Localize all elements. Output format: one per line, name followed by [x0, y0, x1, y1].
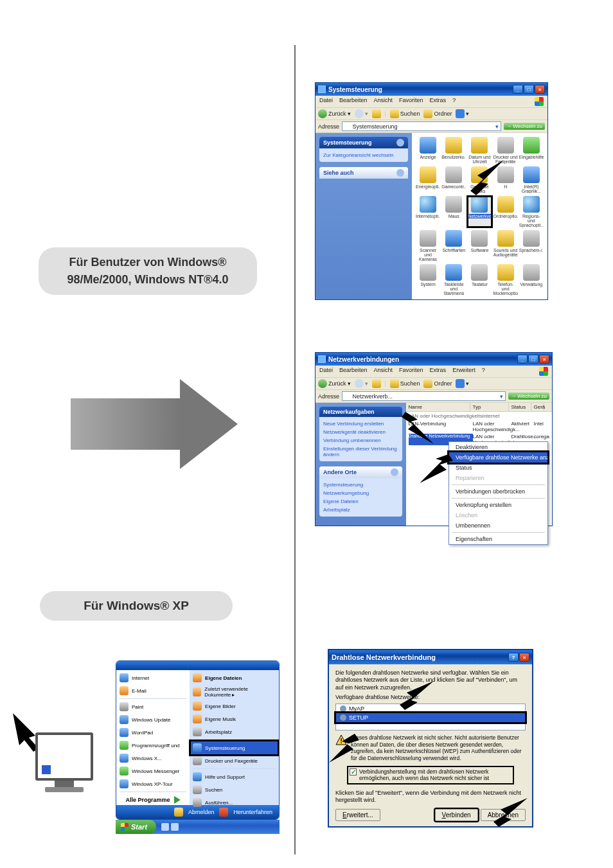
titlebar[interactable]: Netzwerkverbindungen _ □ ×: [315, 353, 552, 366]
context-item[interactable]: Verknüpfung erstellen: [449, 500, 547, 510]
close-button[interactable]: ×: [539, 355, 549, 364]
task-new-connection[interactable]: Neue Verbindung erstellen: [323, 420, 398, 428]
sm-tour[interactable]: Windows XP-Tour: [118, 777, 188, 790]
sm-paint[interactable]: Paint: [118, 700, 188, 713]
menu-view[interactable]: Ansicht: [374, 367, 393, 376]
cp-item-1[interactable]: Benutzerko...: [441, 137, 466, 164]
menu-favorites[interactable]: Favoriten: [399, 367, 423, 376]
cp-item-0[interactable]: Anzeige: [416, 137, 440, 164]
cp-item-12[interactable]: Netzwerkverbindungen: [467, 196, 492, 227]
sm-run[interactable]: Ausführen...: [191, 796, 278, 809]
cp-item-20[interactable]: System: [416, 264, 440, 296]
views-button[interactable]: ▾: [456, 109, 469, 118]
cp-item-11[interactable]: Maus: [441, 196, 466, 227]
menu-extras[interactable]: Extras: [430, 97, 447, 106]
shutdown-button[interactable]: Herunterfahren: [233, 809, 272, 815]
close-button[interactable]: ×: [519, 653, 529, 662]
cp-item-24[interactable]: Verwaltung: [519, 264, 544, 296]
checkbox-icon[interactable]: [350, 768, 357, 775]
folders-button[interactable]: Ordner: [423, 109, 452, 118]
col-name[interactable]: Name: [406, 403, 470, 411]
sm-mydocs-top[interactable]: Eigene Dateien: [191, 671, 278, 684]
cp-item-18[interactable]: Sounds und Audiogeräte: [493, 230, 518, 261]
menu-help[interactable]: ?: [482, 367, 485, 376]
maximize-button[interactable]: □: [524, 85, 534, 94]
context-item[interactable]: Eigenschaften: [449, 534, 547, 544]
titlebar[interactable]: Systemsteuerung _ □ ×: [315, 83, 547, 96]
menu-file[interactable]: Datei: [319, 367, 333, 376]
advanced-button[interactable]: Erweitert...: [335, 809, 380, 821]
back-button[interactable]: Zurück ▾: [318, 109, 351, 118]
menu-view[interactable]: Ansicht: [374, 97, 393, 106]
context-item[interactable]: Deaktivieren: [449, 442, 547, 452]
tray-icon[interactable]: [161, 823, 169, 831]
start-button[interactable]: Start: [116, 820, 156, 834]
allow-insecure-checkbox[interactable]: Verbindungsherstellung mit dem drahtlose…: [347, 766, 514, 784]
sm-email[interactable]: E-Mail: [118, 684, 188, 697]
place-cp[interactable]: Systemsteuerung: [323, 481, 398, 489]
connect-button[interactable]: Verbinden: [435, 809, 478, 821]
menu-help[interactable]: ?: [452, 97, 456, 106]
close-button[interactable]: ×: [535, 85, 545, 94]
sm-help[interactable]: Hilfe und Support: [191, 770, 278, 783]
panel-head-cp[interactable]: Systemsteuerung: [319, 137, 408, 148]
panel-head-places[interactable]: Andere Orte: [319, 466, 402, 478]
tray-icon[interactable]: [171, 823, 179, 831]
cp-item-13[interactable]: Ordneroptio...: [493, 196, 518, 227]
maximize-button[interactable]: □: [528, 355, 538, 364]
place-computer[interactable]: Arbeitsplatz: [323, 506, 398, 514]
go-button[interactable]: → Wechseln zu: [508, 393, 549, 400]
search-button[interactable]: Suchen: [390, 109, 420, 118]
task-settings[interactable]: Einstellungen dieser Verbindung ändern: [323, 445, 398, 459]
cp-item-16[interactable]: Schriftarten: [441, 230, 466, 261]
sm-pictures[interactable]: Eigene Bilder: [191, 700, 278, 713]
cp-item-4[interactable]: Eingabehilfen: [519, 137, 544, 164]
up-button[interactable]: [372, 379, 381, 388]
menu-advanced[interactable]: Erweitert: [452, 367, 475, 376]
cp-item-10[interactable]: Internetopti...: [416, 196, 440, 227]
sm-internet[interactable]: Internet: [118, 671, 188, 684]
address-input[interactable]: Netzwerkverb... ▾: [342, 391, 506, 401]
place-docs[interactable]: Eigene Dateien: [323, 497, 398, 506]
network-item-selected[interactable]: SETUP: [336, 713, 525, 722]
col-device[interactable]: Gerä: [531, 403, 544, 411]
cp-item-6[interactable]: Gamecontr...: [441, 166, 466, 193]
folders-button[interactable]: Ordner: [423, 379, 452, 388]
sm-update[interactable]: Windows Update: [118, 713, 188, 726]
up-button[interactable]: [372, 109, 381, 118]
address-input[interactable]: Systemsteuerung ▾: [342, 121, 501, 131]
col-type[interactable]: Typ: [470, 403, 509, 411]
context-item[interactable]: Verbindungen überbrücken: [449, 486, 547, 497]
search-button[interactable]: Suchen: [390, 379, 420, 388]
back-button[interactable]: Zurück ▾: [318, 379, 351, 388]
task-disable-device[interactable]: Netzwerkgerät deaktivieren: [323, 428, 398, 436]
menu-extras[interactable]: Extras: [430, 367, 447, 376]
dialog-titlebar[interactable]: Drahtlose Netzwerkverbindung ? ×: [329, 650, 532, 664]
panel-head-tasks[interactable]: Netzwerkaufgaben: [319, 407, 402, 417]
sm-winx[interactable]: Windows X...: [118, 752, 188, 765]
cp-item-17[interactable]: Software: [467, 230, 492, 261]
context-item[interactable]: Status: [449, 463, 547, 473]
sm-search[interactable]: Suchen: [191, 783, 278, 796]
sm-computer[interactable]: Arbeitsplatz: [191, 725, 278, 738]
switch-view-link[interactable]: Zur Kategorieansicht wechseln: [323, 151, 404, 159]
cp-item-15[interactable]: Scanner und Kameras: [416, 230, 440, 261]
help-button[interactable]: ?: [508, 653, 519, 662]
minimize-button[interactable]: _: [513, 85, 523, 94]
sm-progaccess[interactable]: Programmzugriff und: [118, 739, 188, 752]
logoff-button[interactable]: Abmelden: [188, 809, 215, 815]
cp-item-5[interactable]: Energieopti...: [416, 166, 440, 193]
place-network[interactable]: Netzwerkumgebung: [323, 489, 398, 497]
cp-item-9[interactable]: Intel(R) Graphik...: [519, 166, 544, 193]
forward-button[interactable]: ▾: [355, 379, 368, 388]
minimize-button[interactable]: _: [517, 355, 528, 364]
sm-messenger[interactable]: Windows Messenger: [118, 765, 188, 777]
cp-item-19[interactable]: Sprachein-/...: [519, 230, 544, 261]
panel-head-seealso[interactable]: Siehe auch: [319, 167, 408, 179]
context-item[interactable]: Umbenennen: [449, 520, 547, 531]
all-programs[interactable]: Alle Programme: [118, 793, 188, 806]
cp-item-14[interactable]: Regions- und Sprachopti...: [519, 196, 544, 227]
menu-file[interactable]: Datei: [319, 97, 333, 106]
sm-music[interactable]: Eigene Musik: [191, 713, 278, 725]
cp-item-21[interactable]: Taskleiste und Startmenü: [441, 264, 466, 296]
